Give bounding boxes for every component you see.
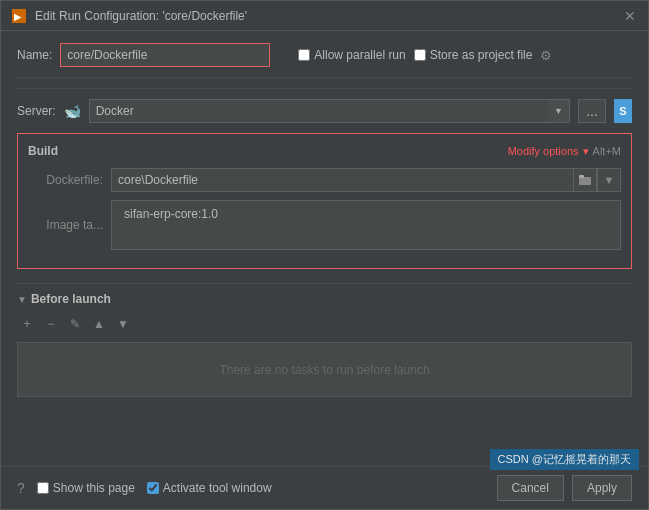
before-launch-section: ▼ Before launch + − ✎ ▲ ▼ There are no t… bbox=[17, 283, 632, 397]
docker-whale-icon: 🐋 bbox=[64, 103, 81, 119]
name-label: Name: bbox=[17, 48, 52, 62]
dialog: ▶ Edit Run Configuration: 'core/Dockerfi… bbox=[0, 0, 649, 510]
dockerfile-label: Dockerfile: bbox=[28, 173, 103, 187]
help-icon[interactable]: ? bbox=[17, 480, 25, 496]
separator-1 bbox=[17, 77, 632, 78]
dockerfile-input-group: ▼ bbox=[111, 168, 621, 192]
svg-text:▶: ▶ bbox=[14, 12, 22, 22]
modify-options-arrow: ▾ bbox=[583, 145, 589, 158]
dockerfile-input[interactable] bbox=[111, 168, 573, 192]
show-page-label: Show this page bbox=[53, 481, 135, 495]
server-label: Server: bbox=[17, 104, 56, 118]
edit-task-button[interactable]: ✎ bbox=[65, 314, 85, 334]
image-tag-row: Image ta... bbox=[28, 200, 621, 250]
options-area: Allow parallel run Store as project file… bbox=[298, 48, 552, 63]
dockerfile-folder-icon[interactable] bbox=[573, 168, 597, 192]
run-config-icon: ▶ bbox=[11, 8, 27, 24]
modify-options-shortcut: Alt+M bbox=[593, 145, 621, 157]
cancel-button[interactable]: Cancel bbox=[497, 475, 564, 501]
bottom-right: Cancel Apply bbox=[497, 475, 632, 501]
title-bar: ▶ Edit Run Configuration: 'core/Dockerfi… bbox=[1, 1, 648, 31]
image-tag-input-wrap bbox=[111, 200, 621, 250]
svg-rect-3 bbox=[579, 175, 584, 178]
svg-rect-2 bbox=[579, 177, 591, 185]
image-tag-label: Image ta... bbox=[28, 218, 103, 232]
modify-options-area: Modify options ▾ Alt+M bbox=[508, 145, 621, 158]
move-up-button[interactable]: ▲ bbox=[89, 314, 109, 334]
server-row: Server: 🐋 Docker ▼ ... S bbox=[17, 88, 632, 123]
image-tag-input[interactable] bbox=[118, 204, 614, 224]
watermark: CSDN @记忆摇晃着的那天 bbox=[490, 449, 639, 470]
store-project-checkbox[interactable] bbox=[414, 49, 426, 61]
parallel-run-checkbox-item[interactable]: Allow parallel run bbox=[298, 48, 405, 62]
tasks-empty-area: There are no tasks to run before launch bbox=[17, 342, 632, 397]
side-tab-indicator[interactable]: S bbox=[614, 99, 632, 123]
show-page-checkbox-item[interactable]: Show this page bbox=[37, 481, 135, 495]
tasks-empty-message: There are no tasks to run before launch bbox=[219, 363, 429, 377]
dialog-title: Edit Run Configuration: 'core/Dockerfile… bbox=[35, 9, 622, 23]
settings-gear-icon[interactable]: ⚙ bbox=[540, 48, 552, 63]
build-section-header: Build Modify options ▾ Alt+M bbox=[28, 144, 621, 158]
bottom-left: ? Show this page Activate tool window bbox=[17, 480, 485, 496]
name-row: Name: Allow parallel run Store as projec… bbox=[17, 43, 632, 67]
before-launch-header: ▼ Before launch bbox=[17, 292, 632, 306]
dialog-content: Name: Allow parallel run Store as projec… bbox=[1, 31, 648, 466]
name-input[interactable] bbox=[60, 43, 270, 67]
show-page-checkbox[interactable] bbox=[37, 482, 49, 494]
build-title: Build bbox=[28, 144, 58, 158]
parallel-run-label: Allow parallel run bbox=[314, 48, 405, 62]
before-launch-title: Before launch bbox=[31, 292, 111, 306]
activate-window-checkbox[interactable] bbox=[147, 482, 159, 494]
bottom-row: ? Show this page Activate tool window Ca… bbox=[1, 466, 648, 509]
add-task-button[interactable]: + bbox=[17, 314, 37, 334]
close-button[interactable]: ✕ bbox=[622, 8, 638, 24]
dockerfile-row: Dockerfile: ▼ bbox=[28, 168, 621, 192]
modify-options-link[interactable]: Modify options bbox=[508, 145, 579, 157]
activate-window-checkbox-item[interactable]: Activate tool window bbox=[147, 481, 272, 495]
before-launch-toolbar: + − ✎ ▲ ▼ bbox=[17, 314, 632, 334]
server-select[interactable]: Docker bbox=[89, 99, 570, 123]
server-ellipsis-button[interactable]: ... bbox=[578, 99, 606, 123]
store-project-label: Store as project file bbox=[430, 48, 533, 62]
build-section: Build Modify options ▾ Alt+M Dockerfile:… bbox=[17, 133, 632, 269]
apply-button[interactable]: Apply bbox=[572, 475, 632, 501]
parallel-run-checkbox[interactable] bbox=[298, 49, 310, 61]
activate-window-label: Activate tool window bbox=[163, 481, 272, 495]
server-dropdown-wrap: Docker ▼ bbox=[89, 99, 570, 123]
move-down-button[interactable]: ▼ bbox=[113, 314, 133, 334]
remove-task-button[interactable]: − bbox=[41, 314, 61, 334]
collapse-arrow-icon[interactable]: ▼ bbox=[17, 294, 27, 305]
store-project-checkbox-item[interactable]: Store as project file bbox=[414, 48, 533, 62]
dockerfile-dropdown-icon[interactable]: ▼ bbox=[597, 168, 621, 192]
docker-icon-area: 🐋 bbox=[64, 103, 81, 119]
